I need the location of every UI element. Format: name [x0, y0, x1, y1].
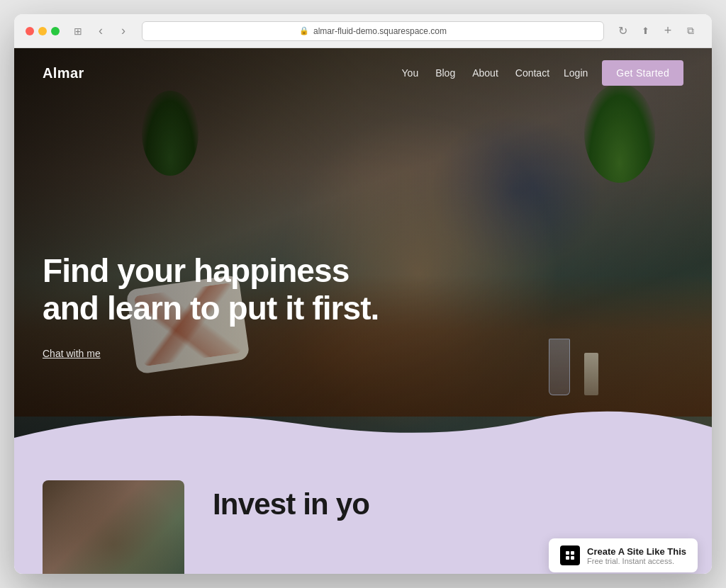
hero-title: Find your happiness and learn to put it … [43, 252, 379, 327]
nav-item-you[interactable]: You [402, 67, 419, 79]
site-logo[interactable]: Almar [43, 65, 84, 81]
svg-rect-2 [566, 556, 569, 560]
traffic-lights [26, 27, 60, 35]
back-button[interactable] [91, 21, 111, 41]
squarespace-badge[interactable]: Create A Site Like This Free trial. Inst… [549, 538, 698, 572]
address-bar[interactable]: 🔒 almar-fluid-demo.squarespace.com [142, 21, 604, 41]
browser-chrome: ⊞ 🔒 almar-fluid-demo.squarespace.com [14, 14, 712, 48]
website-content: Almar You Blog About Contact Login [14, 48, 712, 574]
get-started-button[interactable]: Get Started [602, 60, 683, 86]
close-button[interactable] [26, 27, 34, 35]
badge-subtitle: Free trial. Instant access. [587, 557, 686, 565]
svg-rect-0 [566, 551, 569, 555]
maximize-button[interactable] [51, 27, 60, 35]
second-section: Invest in yo Create A Site Like This Fre… [14, 459, 712, 574]
second-section-image [43, 480, 184, 574]
browser-action-buttons [613, 21, 700, 41]
new-tab-button[interactable] [658, 21, 678, 41]
login-link[interactable]: Login [564, 67, 588, 79]
second-section-text: Invest in yo [213, 480, 683, 521]
ssl-lock-icon: 🔒 [299, 26, 309, 35]
browser-window: ⊞ 🔒 almar-fluid-demo.squarespace.com [14, 14, 712, 574]
badge-title: Create A Site Like This [587, 546, 686, 557]
minimize-button[interactable] [38, 27, 47, 35]
browser-nav-buttons: ⊞ [68, 21, 133, 41]
svg-rect-1 [571, 551, 574, 555]
url-text: almar-fluid-demo.squarespace.com [313, 26, 447, 36]
hero-content: Find your happiness and learn to put it … [43, 252, 379, 360]
squarespace-logo-icon [560, 545, 580, 565]
chat-with-me-link[interactable]: Chat with me [43, 348, 101, 359]
share-button[interactable] [635, 21, 655, 41]
main-nav: Almar You Blog About Contact Login [14, 48, 712, 98]
svg-rect-3 [571, 556, 574, 560]
nav-item-about[interactable]: About [472, 67, 498, 79]
tabs-button[interactable] [681, 21, 700, 41]
hero-section: Almar You Blog About Contact Login [14, 48, 712, 459]
nav-item-contact[interactable]: Contact [515, 67, 549, 79]
grid-view-icon[interactable]: ⊞ [68, 21, 88, 41]
wave-separator [14, 402, 712, 459]
invest-title: Invest in yo [213, 487, 683, 521]
nav-links: You Blog About Contact [402, 67, 550, 79]
forward-button[interactable] [113, 21, 133, 41]
reload-button[interactable] [613, 21, 632, 41]
squarespace-badge-text: Create A Site Like This Free trial. Inst… [587, 546, 686, 565]
nav-item-blog[interactable]: Blog [435, 67, 455, 79]
